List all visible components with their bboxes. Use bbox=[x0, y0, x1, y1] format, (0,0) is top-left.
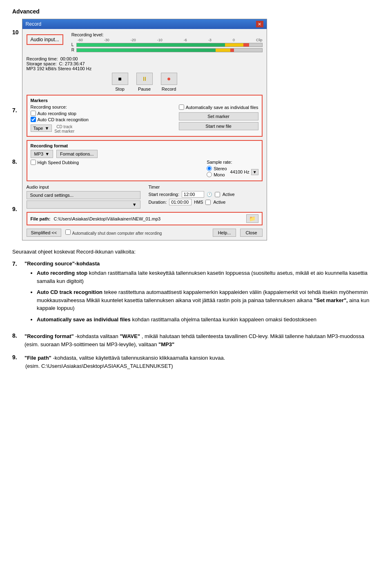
format-right: Sample rate: Stereo Mono bbox=[207, 160, 258, 178]
auto-shutdown-container: Automatically shut down computer after r… bbox=[65, 229, 162, 236]
audio-input-dropdown[interactable]: ▼ bbox=[27, 200, 140, 209]
tape-row: Tape ▼ CD track Set marker bbox=[31, 125, 175, 134]
step-9-text: "File path" -kohdasta, valitse käytettäv… bbox=[24, 354, 380, 362]
record-button[interactable]: ● bbox=[161, 73, 177, 85]
level-row-r: R bbox=[71, 48, 263, 52]
recording-time-label: Recording time: bbox=[27, 56, 58, 61]
sample-rate-label: Sample rate: bbox=[207, 160, 258, 165]
start-time-input[interactable] bbox=[182, 191, 204, 198]
start-new-file-button[interactable]: Start new file bbox=[179, 122, 258, 130]
sample-rate-dropdown-btn[interactable]: ▼ bbox=[251, 169, 258, 175]
auto-save-label: Automatically save as individual files bbox=[186, 105, 258, 110]
sound-card-button[interactable]: Sound card settings... bbox=[27, 191, 140, 199]
step-8-number: 8. bbox=[12, 332, 24, 348]
filepath-browse-button[interactable]: 📁 bbox=[246, 214, 258, 223]
step-7: 7. "Recording source"-kohdasta Auto reco… bbox=[12, 260, 380, 327]
recording-time-row: Recording time: 00:00:00 bbox=[27, 56, 263, 61]
step-8-content: "Recording format" -kohdasta valitaan "W… bbox=[24, 332, 380, 348]
auto-shutdown-label: Automatically shut down computer after r… bbox=[72, 231, 162, 236]
step-8-text: "Recording format" -kohdasta valitaan "W… bbox=[24, 332, 380, 348]
start-clock-icon: 🕐 bbox=[207, 192, 212, 197]
mono-radio[interactable] bbox=[207, 172, 212, 177]
high-speed-checkbox[interactable] bbox=[31, 160, 36, 165]
set-marker-button[interactable]: Set marker bbox=[179, 112, 258, 120]
level-bar-r bbox=[76, 48, 263, 52]
step-num-7: 7. bbox=[12, 107, 19, 113]
close-button[interactable]: Close bbox=[240, 229, 262, 237]
page-title: Advanced bbox=[12, 8, 380, 15]
simplified-button[interactable]: Simplified << bbox=[27, 229, 62, 237]
dropdown-arrow-audio: ▼ bbox=[132, 202, 137, 207]
storage-space-row: Storage space: C: 273:36:47 bbox=[27, 61, 263, 66]
window-title: Record bbox=[26, 21, 42, 27]
window-body: Audio input... Recording level: -60 -30 … bbox=[22, 29, 267, 240]
format-options-button[interactable]: Format options... bbox=[56, 150, 98, 158]
recording-level-label: Recording level: bbox=[71, 32, 263, 37]
window-close-button[interactable]: ✕ bbox=[256, 21, 263, 27]
level-bar-yellow-l bbox=[225, 43, 243, 47]
level-bar-red-r bbox=[230, 49, 234, 52]
record-label: Record bbox=[157, 87, 181, 91]
auto-cd-bold: Auto CD track recognition bbox=[37, 289, 102, 295]
markers-section: Markers Recording source: Auto recording… bbox=[27, 95, 263, 137]
start-active-label: Active bbox=[223, 192, 235, 197]
stop-button[interactable]: ■ bbox=[112, 73, 128, 85]
step-8: 8. "Recording format" -kohdasta valitaan… bbox=[12, 332, 380, 348]
pause-icon: ⏸ bbox=[142, 76, 147, 82]
high-speed-row: High Speed Dubbing bbox=[31, 160, 195, 165]
level-bar-green-r bbox=[77, 49, 216, 52]
auto-save-checkbox[interactable] bbox=[179, 105, 184, 110]
markers-row: Recording source: Auto recording stop Au… bbox=[31, 105, 258, 134]
filepath-label: File path: bbox=[31, 216, 51, 221]
bullet-auto-cd: Auto CD track recognition tekee rastitet… bbox=[37, 288, 380, 312]
record-window: Record ✕ Audio input... Recording level:… bbox=[22, 19, 267, 240]
duration-input[interactable] bbox=[169, 199, 192, 205]
help-button[interactable]: Help... bbox=[213, 229, 236, 237]
step-8-text1: -kohdasta valitaan bbox=[75, 333, 120, 339]
auto-save-bold: Automatically save as individual files bbox=[37, 316, 131, 323]
bullet-auto-stop: Auto recording stop kohdan rastittamalla… bbox=[37, 269, 380, 285]
filepath-section: File path: C:\Users\Asiakas\Desktop\Väli… bbox=[27, 212, 263, 225]
stereo-label: Stereo bbox=[214, 166, 227, 171]
sample-rate-row: Stereo Mono 44100 Hz ▼ bbox=[207, 166, 258, 178]
start-active-checkbox[interactable] bbox=[215, 192, 220, 197]
auto-cd-row: Auto CD track recognition bbox=[31, 117, 175, 122]
step-9-fp-bold: "File path" bbox=[24, 355, 51, 361]
step-7-number: 7. bbox=[12, 260, 24, 327]
transport-buttons: ■ ⏸ ● bbox=[27, 73, 263, 85]
record-icon: ● bbox=[167, 75, 171, 82]
level-bar-red-l bbox=[243, 43, 249, 47]
auto-stop-row: Auto recording stop bbox=[31, 111, 175, 116]
mp3-arrow-icon: ▼ bbox=[45, 151, 49, 156]
bottom-row: Simplified << Automatically shut down co… bbox=[27, 229, 263, 237]
folder-icon: 📁 bbox=[249, 216, 256, 222]
auto-cd-checkbox[interactable] bbox=[31, 117, 36, 122]
duration-active-checkbox[interactable] bbox=[205, 200, 211, 205]
step-9-example: (esim. C:\Users\Asiakas\Desktop\ASIAKAS_… bbox=[25, 363, 173, 369]
mono-row: Mono bbox=[207, 172, 227, 177]
level-bar-green-l bbox=[77, 43, 225, 47]
screenshot-area: 10 7. 8. 9. Record ✕ Audio input... Reco… bbox=[12, 19, 380, 240]
pause-button[interactable]: ⏸ bbox=[136, 73, 153, 85]
high-speed-label: High Speed Dubbing bbox=[38, 160, 79, 165]
audio-input-section-bottom: Audio input Sound card settings... ▼ bbox=[27, 185, 140, 209]
cd-track-label: CD track bbox=[54, 125, 74, 129]
tape-dropdown[interactable]: Tape ▼ bbox=[31, 125, 52, 132]
timer-section: Timer Start recording: 🕐 Active Duration… bbox=[149, 185, 263, 209]
format-bottom: High Speed Dubbing Sample rate: Stereo bbox=[31, 160, 258, 178]
stop-icon: ■ bbox=[118, 76, 121, 82]
ch-r-label: R bbox=[71, 48, 75, 52]
filepath-value: C:\Users\Asiakas\Desktop\Väliaikainen\NE… bbox=[53, 216, 243, 221]
auto-shutdown-checkbox[interactable] bbox=[65, 229, 71, 235]
tape-dropdown-container: Tape ▼ bbox=[31, 125, 52, 132]
stop-label: Stop bbox=[108, 87, 132, 91]
level-scale: -60 -30 -20 -10 -6 -3 0 Clip bbox=[71, 38, 263, 42]
audio-input-button[interactable]: Audio input... bbox=[27, 34, 63, 45]
bullet-auto-save: Automatically save as individual files k… bbox=[37, 316, 380, 324]
transport-labels: Stop Pause Record bbox=[27, 87, 263, 91]
auto-stop-checkbox[interactable] bbox=[31, 111, 36, 116]
stereo-radio[interactable] bbox=[207, 166, 212, 171]
recording-time-value: 00:00:00 bbox=[60, 56, 78, 61]
mp3-dropdown[interactable]: MP3 ▼ bbox=[31, 150, 53, 158]
sample-rate-dropdown-row: 44100 Hz ▼ bbox=[230, 169, 258, 175]
